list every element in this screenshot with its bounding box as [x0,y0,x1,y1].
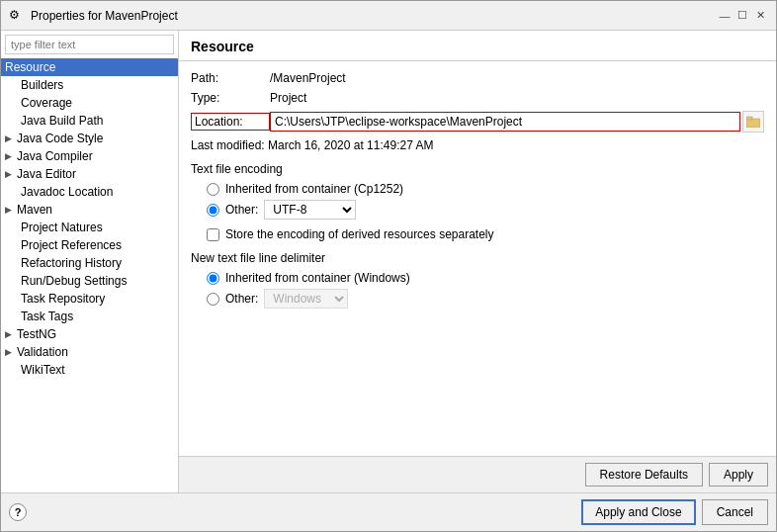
content-area: ResourceBuildersCoverageJava Build Path▶… [1,31,776,492]
close-button[interactable]: ✕ [752,8,768,24]
footer-right: Apply and Close Cancel [581,499,768,525]
maximize-button[interactable]: ☐ [734,8,750,24]
sidebar-item-validation[interactable]: ▶Validation [1,343,178,361]
inherited-encoding-radio[interactable] [207,183,219,196]
sidebar-item-testng[interactable]: ▶TestNG [1,325,178,343]
main-window: ⚙ Properties for MavenProject — ☐ ✕ Reso… [0,0,777,532]
sidebar-item-label: Project Natures [21,221,103,234]
sidebar-item-run/debug-settings[interactable]: Run/Debug Settings [1,272,178,290]
sidebar-item-coverage[interactable]: Coverage [1,94,178,112]
inherited-encoding-label: Inherited from container (Cp1252) [225,182,403,196]
sidebar-item-java-compiler[interactable]: ▶Java Compiler [1,147,178,165]
title-bar: ⚙ Properties for MavenProject — ☐ ✕ [1,1,776,31]
sidebar-item-maven[interactable]: ▶Maven [1,201,178,219]
expand-arrow-icon: ▶ [5,347,12,357]
title-bar-controls: — ☐ ✕ [717,8,768,24]
folder-icon [746,116,760,128]
other-delimiter-row: Other: Windows Unix Mac OS X [191,289,764,309]
sidebar-item-task-tags[interactable]: Task Tags [1,308,178,325]
sidebar: ResourceBuildersCoverageJava Build Path▶… [1,31,179,492]
cancel-button[interactable]: Cancel [702,499,768,525]
sidebar-item-label: TestNG [17,327,56,341]
type-label: Type: [191,91,270,105]
store-encoding-row: Store the encoding of derived resources … [191,227,764,241]
sidebar-item-refactoring-history[interactable]: Refactoring History [1,254,178,272]
text-encoding-label: Text file encoding [191,162,764,176]
path-label: Path: [191,71,270,85]
sidebar-item-label: Java Compiler [17,149,93,163]
restore-defaults-button[interactable]: Restore Defaults [585,463,703,487]
last-modified-value: March 16, 2020 at 11:49:27 AM [268,138,433,152]
other-delimiter-radio[interactable] [207,293,219,306]
apply-and-close-button[interactable]: Apply and Close [581,499,695,525]
apply-button[interactable]: Apply [709,463,768,487]
sidebar-item-project-natures[interactable]: Project Natures [1,219,178,236]
location-browse-button[interactable] [742,111,764,133]
sidebar-item-javadoc-location[interactable]: Javadoc Location [1,183,178,201]
sidebar-item-java-build-path[interactable]: Java Build Path [1,112,178,130]
footer-left: ? [9,503,27,521]
sidebar-item-label: Coverage [21,96,72,110]
panel-title: Resource [179,31,776,61]
window-title: Properties for MavenProject [31,9,178,23]
encoding-select[interactable]: UTF-8 UTF-16 ISO-8859-1 US-ASCII [264,200,356,220]
window-icon: ⚙ [9,8,25,24]
sidebar-item-label: Task Tags [21,310,73,323]
other-encoding-label: Other: [225,203,258,217]
other-encoding-radio[interactable] [207,204,219,217]
sidebar-item-label: Run/Debug Settings [21,274,127,288]
sidebar-item-label: Validation [17,345,68,359]
svg-rect-1 [746,117,752,120]
sidebar-items-container: ResourceBuildersCoverageJava Build Path▶… [1,58,178,379]
sidebar-item-label: WikiText [21,363,65,377]
sidebar-item-java-code-style[interactable]: ▶Java Code Style [1,130,178,147]
inherited-delimiter-label: Inherited from container (Windows) [225,271,410,285]
type-value: Project [270,91,306,105]
sidebar-item-label: Maven [17,203,52,217]
path-value: /MavenProject [270,71,346,85]
minimize-button[interactable]: — [717,8,733,24]
sidebar-item-label: Builders [21,78,63,92]
panel-content: Path: /MavenProject Type: Project Locati… [179,61,776,456]
expand-arrow-icon: ▶ [5,151,12,161]
store-encoding-checkbox[interactable] [207,228,219,241]
sidebar-item-label: Task Repository [21,292,105,306]
location-label: Location: [191,113,270,131]
store-encoding-label: Store the encoding of derived resources … [225,227,494,241]
expand-arrow-icon: ▶ [5,205,12,215]
filter-input[interactable] [5,35,174,54]
sidebar-item-label: Java Code Style [17,132,103,145]
inherited-delimiter-radio[interactable] [207,272,219,285]
other-delimiter-label: Other: [225,292,258,306]
type-row: Type: Project [191,91,764,105]
sidebar-item-java-editor[interactable]: ▶Java Editor [1,165,178,183]
location-input[interactable] [270,112,740,132]
other-encoding-row: Other: UTF-8 UTF-16 ISO-8859-1 US-ASCII [191,200,764,220]
expand-arrow-icon: ▶ [5,329,12,339]
path-row: Path: /MavenProject [191,71,764,85]
line-delimiter-label: New text file line delimiter [191,251,764,265]
last-modified-row: Last modified: March 16, 2020 at 11:49:2… [191,138,764,152]
inherited-radio-row: Inherited from container (Cp1252) [191,182,764,196]
sidebar-item-label: Refactoring History [21,256,122,270]
sidebar-item-label: Javadoc Location [21,185,113,199]
expand-arrow-icon: ▶ [5,169,12,179]
sidebar-item-builders[interactable]: Builders [1,76,178,94]
sidebar-item-label: Project References [21,238,122,252]
line-delimiter-section: New text file line delimiter Inherited f… [191,251,764,309]
sidebar-item-task-repository[interactable]: Task Repository [1,290,178,308]
bottom-bar: Restore Defaults Apply [179,456,776,492]
title-bar-left: ⚙ Properties for MavenProject [9,8,178,24]
sidebar-item-wikitext[interactable]: WikiText [1,361,178,379]
sidebar-item-resource[interactable]: Resource [1,58,178,76]
last-modified-label: Last modified: [191,138,265,152]
expand-arrow-icon: ▶ [5,133,12,143]
help-button[interactable]: ? [9,503,27,521]
sidebar-item-label: Resource [5,60,55,74]
svg-rect-0 [746,119,760,128]
sidebar-item-project-references[interactable]: Project References [1,236,178,254]
inherited-delimiter-row: Inherited from container (Windows) [191,271,764,285]
delimiter-select[interactable]: Windows Unix Mac OS X [264,289,348,309]
location-row: Location: [191,111,764,133]
text-encoding-section: Text file encoding Inherited from contai… [191,162,764,220]
